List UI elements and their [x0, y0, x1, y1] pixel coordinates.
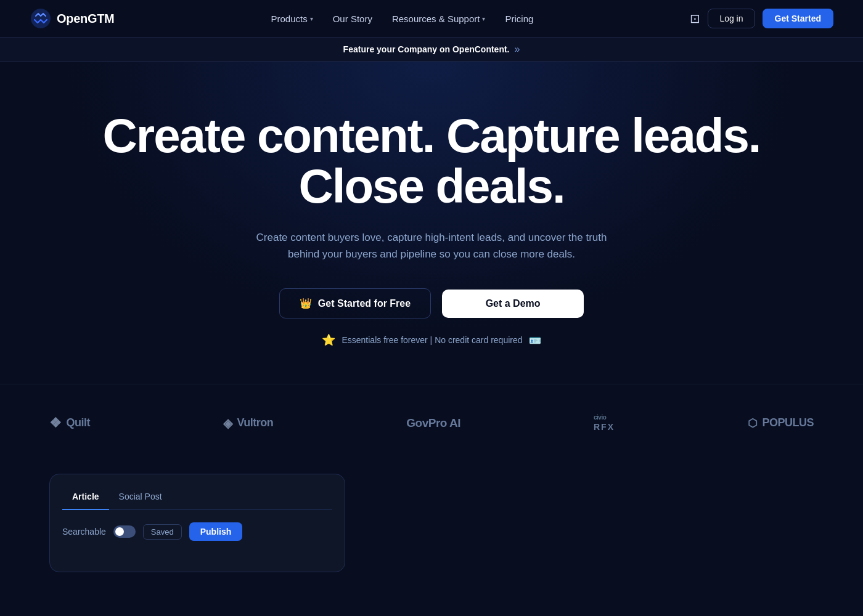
svg-point-0 — [31, 9, 51, 28]
tab-article[interactable]: Article — [62, 487, 109, 510]
card-icon: 🪪 — [529, 334, 541, 346]
chevron-down-icon: ▾ — [310, 15, 313, 22]
logo-text: OpenGTM — [57, 12, 114, 26]
nav-pricing[interactable]: Pricing — [497, 9, 541, 29]
opengtm-logo-icon — [30, 7, 52, 30]
content-card: Article Social Post Searchable Saved Pub… — [49, 474, 345, 572]
monitor-icon[interactable]: ⊡ — [690, 11, 700, 26]
badges-text: Essentials free forever | No credit card… — [342, 335, 522, 345]
navigation: OpenGTM Products ▾ Our Story Resources &… — [0, 0, 863, 37]
nav-products[interactable]: Products ▾ — [264, 9, 321, 29]
tab-social-post[interactable]: Social Post — [109, 487, 172, 510]
card-tabs: Article Social Post — [62, 487, 332, 510]
card-section: Article Social Post Searchable Saved Pub… — [0, 461, 863, 597]
announcement-bar[interactable]: Feature your Company on OpenContent. » — [0, 37, 863, 62]
hero-subtext: Create content buyers love, capture high… — [247, 229, 616, 262]
nav-our-story[interactable]: Our Story — [325, 9, 380, 29]
vultron-icon: ◈ — [223, 416, 232, 431]
hero-headline: Create content. Capture leads. Close dea… — [92, 111, 771, 212]
civio-label: civio — [594, 414, 606, 421]
searchable-label: Searchable — [62, 527, 106, 537]
populus-icon: ⬡ — [748, 416, 758, 430]
star-icon: ⭐ — [322, 333, 335, 347]
card-controls: Searchable Saved Publish — [62, 522, 332, 541]
get-started-free-button[interactable]: 👑 Get Started for Free — [279, 288, 431, 318]
logo-populus: ⬡ POPULUS — [748, 416, 814, 430]
announcement-arrow: » — [515, 44, 520, 55]
logos-row: ❖ Quilt ◈ Vultron GovPro AI civio RFX ⬡ … — [49, 414, 814, 432]
saved-badge: Saved — [143, 524, 182, 540]
login-button[interactable]: Log in — [708, 9, 755, 28]
logos-section: ❖ Quilt ◈ Vultron GovPro AI civio RFX ⬡ … — [0, 384, 863, 461]
logo-vultron: ◈ Vultron — [223, 416, 273, 431]
chevron-down-icon: ▾ — [482, 15, 485, 22]
get-demo-button[interactable]: Get a Demo — [442, 290, 584, 318]
publish-button[interactable]: Publish — [189, 522, 243, 541]
crown-icon: 👑 — [300, 298, 312, 309]
announcement-text: Feature your Company on OpenContent. — [343, 44, 510, 54]
hero-badges: ⭐ Essentials free forever | No credit ca… — [30, 333, 833, 347]
nav-resources[interactable]: Resources & Support ▾ — [385, 9, 493, 29]
logo-govpro-ai: GovPro AI — [406, 416, 460, 430]
quilt-icon: ❖ — [49, 415, 62, 431]
nav-actions: ⊡ Log in Get Started — [690, 9, 833, 28]
hero-section: Create content. Capture leads. Close dea… — [0, 62, 863, 384]
rfx-label: RFX — [594, 422, 615, 432]
get-started-nav-button[interactable]: Get Started — [763, 9, 833, 28]
searchable-toggle[interactable] — [113, 525, 136, 538]
logo-quilt: ❖ Quilt — [49, 415, 90, 431]
nav-logo[interactable]: OpenGTM — [30, 7, 114, 30]
hero-buttons: 👑 Get Started for Free Get a Demo — [30, 288, 833, 318]
logo-civio-rfx: civio RFX — [594, 414, 615, 432]
nav-links: Products ▾ Our Story Resources & Support… — [264, 9, 541, 29]
